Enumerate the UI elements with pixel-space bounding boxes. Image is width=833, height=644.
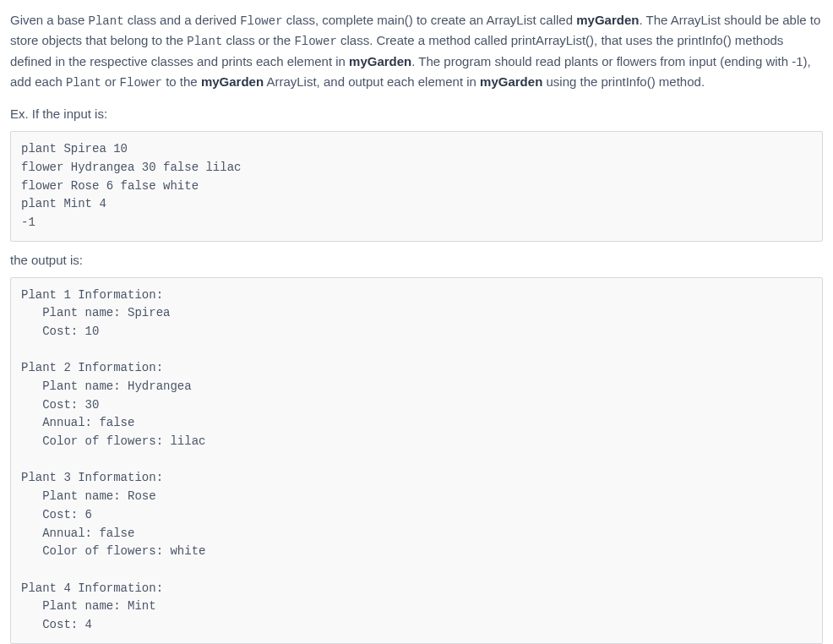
input-code-block: plant Spirea 10 flower Hydrangea 30 fals… — [10, 131, 823, 241]
desc-text: using the printInfo() method. — [542, 74, 705, 89]
bold-mygarden: myGarden — [201, 74, 264, 89]
example-input-label: Ex. If the input is: — [10, 104, 823, 124]
code-flower: Flower — [120, 76, 162, 90]
desc-text: to the — [162, 74, 201, 89]
code-plant: Plant — [66, 76, 101, 90]
bold-mygarden: myGarden — [349, 54, 411, 68]
problem-description: Given a base Plant class and a derived F… — [10, 10, 823, 92]
example-output-label: the output is: — [10, 250, 823, 270]
bold-mygarden: myGarden — [480, 74, 542, 89]
code-plant: Plant — [89, 14, 124, 28]
code-flower: Flower — [240, 14, 282, 28]
desc-text: ArrayList, and output each element in — [264, 74, 480, 89]
bold-mygarden: myGarden — [576, 13, 639, 27]
desc-text: or — [101, 74, 120, 89]
desc-text: class, complete main() to create an Arra… — [283, 13, 577, 27]
code-plant: Plant — [187, 35, 222, 48]
code-flower: Flower — [294, 35, 336, 48]
output-code-block: Plant 1 Information: Plant name: Spirea … — [10, 277, 823, 644]
desc-text: class or the — [222, 33, 294, 47]
desc-text: class and a derived — [124, 13, 241, 27]
desc-text: Given a base — [10, 13, 89, 27]
